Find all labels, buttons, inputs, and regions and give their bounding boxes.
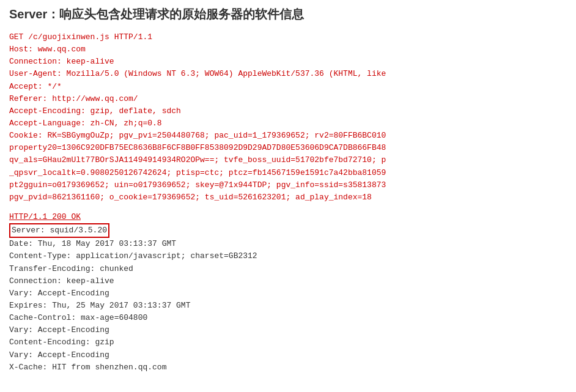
request-line: Connection: keep-alive — [9, 56, 567, 68]
request-line: Accept-Encoding: gzip, deflate, sdch — [9, 105, 567, 117]
response-line: Cache-Control: max-age=604800 — [9, 312, 567, 324]
request-line: Host: www.qq.com — [9, 43, 567, 56]
response-line: X-Cache: HIT from shenzhen.qq.com — [9, 361, 567, 374]
request-line: pgv_pvid=8621361160; o_cookie=179369652;… — [9, 191, 567, 204]
server-line-boxed: Server: squid/3.5.20 — [9, 223, 109, 238]
response-line: Connection: keep-alive — [9, 275, 567, 287]
request-line: Accept-Language: zh-CN, zh;q=0.8 — [9, 117, 567, 130]
response-line: Expires: Thu, 25 May 2017 03:13:37 GMT — [9, 300, 567, 312]
request-line: Cookie: RK=SBGymgOuZp; pgv_pvi=250448076… — [9, 130, 567, 142]
request-line: qv_als=GHau2mUlt77BOrSJA11494914934RO2OP… — [9, 154, 567, 166]
content-area: GET /c/guojixinwen.js HTTP/1.1Host: www.… — [9, 31, 567, 374]
server-line-wrapper: Server: squid/3.5.20 — [9, 223, 567, 238]
request-line: pt2gguin=o0179369652; uin=o0179369652; s… — [9, 179, 567, 191]
http-status-line: HTTP/1.1 200 OK — [9, 211, 567, 223]
response-line: Vary: Accept-Encoding — [9, 287, 567, 300]
response-block: HTTP/1.1 200 OKServer: squid/3.5.20Date:… — [9, 211, 567, 374]
response-line: Vary: Accept-Encoding — [9, 324, 567, 336]
request-block: GET /c/guojixinwen.js HTTP/1.1Host: www.… — [9, 31, 567, 204]
response-line: Content-Type: application/javascript; ch… — [9, 250, 567, 262]
response-line: Vary: Accept-Encoding — [9, 349, 567, 361]
response-line: Content-Encoding: gzip — [9, 336, 567, 349]
page-title: Server：响应头包含处理请求的原始服务器的软件信息 — [9, 6, 567, 23]
request-line: User-Agent: Mozilla/5.0 (Windows NT 6.3;… — [9, 68, 567, 80]
response-line: Date: Thu, 18 May 2017 03:13:37 GMT — [9, 238, 567, 250]
request-line: Accept: */* — [9, 81, 567, 93]
request-line: property20=1306C920DFB75EC8636B8F6CF8B0F… — [9, 142, 567, 154]
request-line: Referer: http://www.qq.com/ — [9, 93, 567, 105]
response-line: Transfer-Encoding: chunked — [9, 263, 567, 275]
request-line: GET /c/guojixinwen.js HTTP/1.1 — [9, 31, 567, 43]
request-line: _qpsvr_localtk=0.9080250126742624; ptisp… — [9, 167, 567, 179]
